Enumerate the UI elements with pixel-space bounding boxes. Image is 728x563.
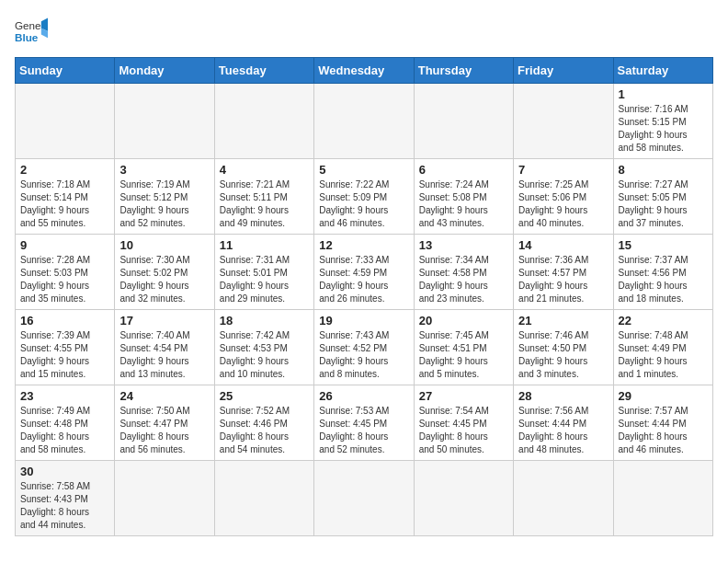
day-number: 9: [20, 238, 109, 252]
day-number: 24: [119, 389, 209, 403]
day-info: Sunrise: 7:57 AMSunset: 4:44 PMDaylight:…: [619, 405, 708, 456]
calendar-cell: [16, 84, 115, 159]
calendar-cell: [314, 84, 414, 159]
day-info: Sunrise: 7:22 AMSunset: 5:09 PMDaylight:…: [319, 178, 408, 230]
day-info: Sunrise: 7:24 AMSunset: 5:08 PMDaylight:…: [419, 178, 508, 230]
calendar-cell: 27Sunrise: 7:54 AMSunset: 4:45 PMDayligh…: [414, 385, 513, 461]
weekday-header-thursday: Thursday: [414, 58, 513, 84]
day-info: Sunrise: 7:25 AMSunset: 5:06 PMDaylight:…: [518, 178, 608, 230]
weekday-header-wednesday: Wednesday: [314, 58, 414, 84]
weekday-header-friday: Friday: [514, 58, 613, 84]
day-info: Sunrise: 7:36 AMSunset: 4:57 PMDaylight:…: [518, 254, 608, 305]
day-info: Sunrise: 7:52 AMSunset: 4:46 PMDaylight:…: [220, 405, 309, 456]
day-number: 15: [619, 238, 708, 252]
week-row-6: 30Sunrise: 7:58 AMSunset: 4:43 PMDayligh…: [16, 461, 713, 536]
day-number: 14: [518, 238, 608, 252]
day-number: 6: [419, 163, 508, 177]
day-info: Sunrise: 7:16 AMSunset: 5:15 PMDaylight:…: [619, 103, 708, 155]
calendar: SundayMondayTuesdayWednesdayThursdayFrid…: [15, 57, 713, 536]
day-number: 2: [20, 163, 109, 177]
day-info: Sunrise: 7:54 AMSunset: 4:45 PMDaylight:…: [419, 405, 508, 456]
day-info: Sunrise: 7:43 AMSunset: 4:52 PMDaylight:…: [319, 329, 408, 381]
calendar-cell: [214, 461, 313, 536]
calendar-cell: [514, 461, 613, 536]
calendar-cell: 28Sunrise: 7:56 AMSunset: 4:44 PMDayligh…: [514, 385, 613, 461]
calendar-cell: 22Sunrise: 7:48 AMSunset: 4:49 PMDayligh…: [613, 310, 712, 385]
day-info: Sunrise: 7:37 AMSunset: 4:56 PMDaylight:…: [619, 254, 708, 305]
calendar-cell: 24Sunrise: 7:50 AMSunset: 4:47 PMDayligh…: [115, 385, 214, 461]
calendar-cell: 13Sunrise: 7:34 AMSunset: 4:58 PMDayligh…: [414, 235, 513, 310]
calendar-cell: 1Sunrise: 7:16 AMSunset: 5:15 PMDaylight…: [613, 84, 712, 159]
day-number: 25: [220, 389, 309, 403]
calendar-cell: 21Sunrise: 7:46 AMSunset: 4:50 PMDayligh…: [514, 310, 613, 385]
day-info: Sunrise: 7:28 AMSunset: 5:03 PMDaylight:…: [20, 254, 109, 305]
day-number: 23: [20, 389, 109, 403]
calendar-cell: 2Sunrise: 7:18 AMSunset: 5:14 PMDaylight…: [16, 159, 115, 235]
calendar-cell: 25Sunrise: 7:52 AMSunset: 4:46 PMDayligh…: [214, 385, 313, 461]
weekday-header-sunday: Sunday: [16, 58, 115, 84]
weekday-header-tuesday: Tuesday: [214, 58, 313, 84]
week-row-1: 1Sunrise: 7:16 AMSunset: 5:15 PMDaylight…: [16, 84, 713, 159]
day-info: Sunrise: 7:27 AMSunset: 5:05 PMDaylight:…: [619, 178, 708, 230]
weekday-header-row: SundayMondayTuesdayWednesdayThursdayFrid…: [16, 58, 713, 84]
day-number: 13: [419, 238, 508, 252]
calendar-cell: 11Sunrise: 7:31 AMSunset: 5:01 PMDayligh…: [214, 235, 313, 310]
day-info: Sunrise: 7:56 AMSunset: 4:44 PMDaylight:…: [518, 405, 608, 456]
day-info: Sunrise: 7:30 AMSunset: 5:02 PMDaylight:…: [119, 254, 209, 305]
week-row-3: 9Sunrise: 7:28 AMSunset: 5:03 PMDaylight…: [16, 235, 713, 310]
day-number: 11: [220, 238, 309, 252]
day-info: Sunrise: 7:33 AMSunset: 4:59 PMDaylight:…: [319, 254, 408, 305]
day-number: 30: [20, 465, 109, 478]
day-number: 3: [119, 163, 209, 177]
logo-icon: General Blue: [15, 15, 48, 48]
calendar-cell: 15Sunrise: 7:37 AMSunset: 4:56 PMDayligh…: [613, 235, 712, 310]
calendar-cell: 16Sunrise: 7:39 AMSunset: 4:55 PMDayligh…: [16, 310, 115, 385]
calendar-cell: 7Sunrise: 7:25 AMSunset: 5:06 PMDaylight…: [514, 159, 613, 235]
calendar-cell: 3Sunrise: 7:19 AMSunset: 5:12 PMDaylight…: [115, 159, 214, 235]
day-number: 17: [119, 314, 209, 327]
calendar-cell: 12Sunrise: 7:33 AMSunset: 4:59 PMDayligh…: [314, 235, 414, 310]
calendar-cell: 19Sunrise: 7:43 AMSunset: 4:52 PMDayligh…: [314, 310, 414, 385]
day-info: Sunrise: 7:39 AMSunset: 4:55 PMDaylight:…: [20, 329, 109, 381]
day-number: 21: [518, 314, 608, 327]
day-info: Sunrise: 7:58 AMSunset: 4:43 PMDaylight:…: [20, 480, 109, 532]
weekday-header-saturday: Saturday: [613, 58, 712, 84]
calendar-cell: 20Sunrise: 7:45 AMSunset: 4:51 PMDayligh…: [414, 310, 513, 385]
day-number: 19: [319, 314, 408, 327]
day-number: 5: [319, 163, 408, 177]
calendar-cell: [214, 84, 313, 159]
svg-text:Blue: Blue: [15, 31, 39, 43]
weekday-header-monday: Monday: [115, 58, 214, 84]
day-info: Sunrise: 7:40 AMSunset: 4:54 PMDaylight:…: [119, 329, 209, 381]
week-row-5: 23Sunrise: 7:49 AMSunset: 4:48 PMDayligh…: [16, 385, 713, 461]
day-number: 28: [518, 389, 608, 403]
day-number: 8: [619, 163, 708, 177]
calendar-cell: 17Sunrise: 7:40 AMSunset: 4:54 PMDayligh…: [115, 310, 214, 385]
page-header: General Blue: [15, 15, 713, 48]
calendar-cell: 10Sunrise: 7:30 AMSunset: 5:02 PMDayligh…: [115, 235, 214, 310]
day-number: 4: [220, 163, 309, 177]
day-number: 22: [619, 314, 708, 327]
calendar-cell: [414, 84, 513, 159]
day-info: Sunrise: 7:21 AMSunset: 5:11 PMDaylight:…: [220, 178, 309, 230]
calendar-cell: [613, 461, 712, 536]
day-info: Sunrise: 7:50 AMSunset: 4:47 PMDaylight:…: [119, 405, 209, 456]
day-info: Sunrise: 7:42 AMSunset: 4:53 PMDaylight:…: [220, 329, 309, 381]
day-info: Sunrise: 7:34 AMSunset: 4:58 PMDaylight:…: [419, 254, 508, 305]
calendar-cell: [414, 461, 513, 536]
calendar-cell: [115, 84, 214, 159]
day-info: Sunrise: 7:49 AMSunset: 4:48 PMDaylight:…: [20, 405, 109, 456]
day-number: 29: [619, 389, 708, 403]
calendar-cell: 26Sunrise: 7:53 AMSunset: 4:45 PMDayligh…: [314, 385, 414, 461]
calendar-cell: 5Sunrise: 7:22 AMSunset: 5:09 PMDaylight…: [314, 159, 414, 235]
day-info: Sunrise: 7:19 AMSunset: 5:12 PMDaylight:…: [119, 178, 209, 230]
calendar-cell: [314, 461, 414, 536]
day-number: 7: [518, 163, 608, 177]
calendar-cell: 18Sunrise: 7:42 AMSunset: 4:53 PMDayligh…: [214, 310, 313, 385]
calendar-cell: 8Sunrise: 7:27 AMSunset: 5:05 PMDaylight…: [613, 159, 712, 235]
day-info: Sunrise: 7:31 AMSunset: 5:01 PMDaylight:…: [220, 254, 309, 305]
week-row-4: 16Sunrise: 7:39 AMSunset: 4:55 PMDayligh…: [16, 310, 713, 385]
day-info: Sunrise: 7:53 AMSunset: 4:45 PMDaylight:…: [319, 405, 408, 456]
day-info: Sunrise: 7:18 AMSunset: 5:14 PMDaylight:…: [20, 178, 109, 230]
day-number: 18: [220, 314, 309, 327]
